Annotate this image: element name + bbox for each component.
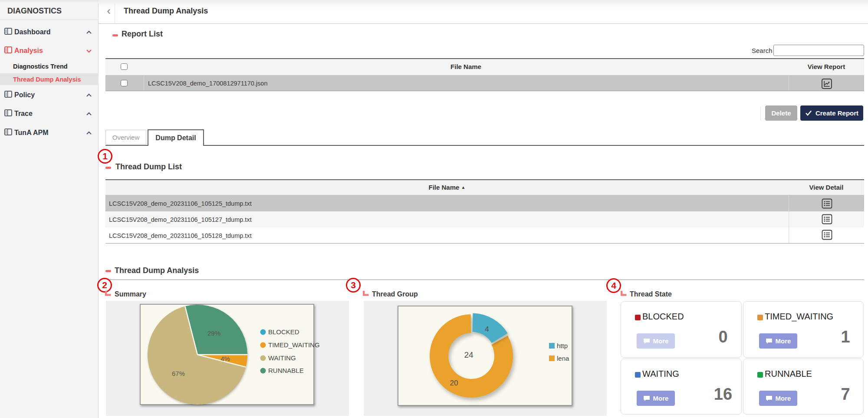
svg-text:4: 4 — [485, 325, 489, 333]
svg-text:TIMED_WAITING: TIMED_WAITING — [268, 341, 320, 349]
svg-text:BLOCKED: BLOCKED — [268, 328, 299, 336]
svg-text:http: http — [557, 342, 568, 349]
svg-text:RUNNABLE: RUNNABLE — [268, 367, 304, 374]
svg-text:WAITING: WAITING — [268, 354, 296, 362]
svg-text:67%: 67% — [172, 370, 185, 377]
svg-text:20: 20 — [450, 379, 458, 387]
svg-text:4%: 4% — [220, 355, 230, 362]
svg-text:24: 24 — [464, 350, 473, 359]
svg-text:29%: 29% — [207, 329, 220, 337]
svg-text:lena: lena — [557, 355, 569, 362]
